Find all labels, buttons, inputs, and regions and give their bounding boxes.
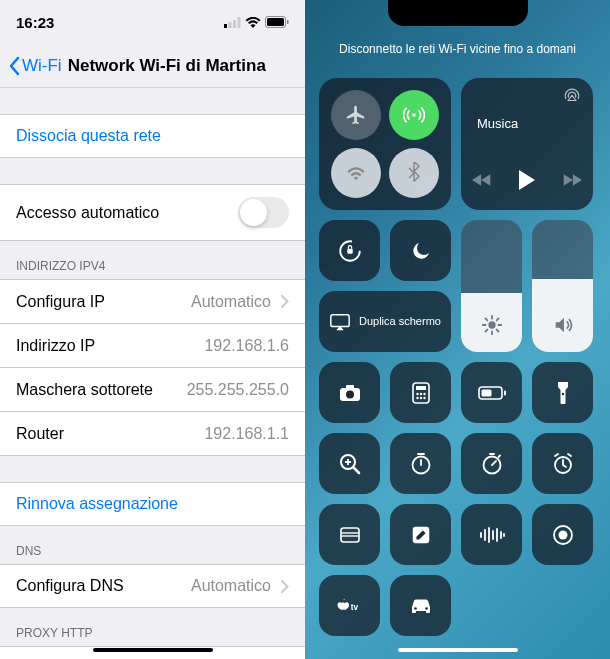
ip-address-label: Indirizzo IP — [16, 337, 95, 355]
music-tile[interactable]: Musica — [461, 78, 593, 210]
svg-rect-10 — [331, 314, 349, 326]
timer-button[interactable] — [390, 433, 451, 494]
configure-ip-row[interactable]: Configura IP Automatico — [0, 280, 305, 324]
wifi-icon — [345, 162, 367, 184]
timer-icon — [409, 452, 433, 476]
forget-network-button[interactable]: Dissocia questa rete — [0, 114, 305, 158]
rotation-lock-button[interactable] — [319, 220, 380, 281]
volume-slider[interactable] — [532, 220, 593, 352]
renew-lease-button[interactable]: Rinnova assegnazione — [0, 482, 305, 526]
carplay-button[interactable] — [390, 575, 451, 636]
control-center-grid: Musica — [319, 78, 596, 646]
router-row: Router 192.168.1.1 — [0, 412, 305, 456]
stopwatch-button[interactable] — [461, 433, 522, 494]
proxy-header: PROXY HTTP — [0, 608, 305, 646]
nav-title: Network Wi-Fi di Martina — [68, 56, 297, 76]
screen-record-button[interactable] — [532, 504, 593, 565]
cellular-icon — [224, 17, 241, 28]
configure-dns-row[interactable]: Configura DNS Automatico — [0, 564, 305, 608]
status-bar: 16:23 — [0, 0, 305, 44]
ip-address-row: Indirizzo IP 192.168.1.6 — [0, 324, 305, 368]
home-indicator[interactable] — [93, 648, 213, 652]
airplay-icon — [563, 88, 581, 104]
svg-line-48 — [568, 454, 571, 456]
wifi-icon — [245, 17, 261, 28]
svg-rect-22 — [346, 385, 354, 389]
svg-point-63 — [414, 607, 417, 610]
back-button[interactable]: Wi-Fi — [8, 56, 62, 76]
voice-memos-button[interactable] — [461, 504, 522, 565]
airplane-mode-button[interactable] — [331, 90, 381, 140]
svg-rect-0 — [224, 24, 227, 28]
notes-button[interactable] — [390, 504, 451, 565]
do-not-disturb-button[interactable] — [390, 220, 451, 281]
svg-point-61 — [558, 530, 567, 539]
subnet-mask-label: Maschera sottorete — [16, 381, 153, 399]
airplane-icon — [345, 104, 367, 126]
svg-point-34 — [561, 392, 563, 394]
magnifier-icon — [338, 452, 362, 476]
battery-icon — [478, 386, 506, 400]
configure-dns-label: Configura DNS — [16, 577, 124, 595]
svg-rect-49 — [341, 528, 359, 542]
status-time: 16:23 — [16, 14, 54, 31]
bluetooth-button[interactable] — [389, 148, 439, 198]
cellular-data-button[interactable] — [389, 90, 439, 140]
next-track-icon[interactable] — [562, 173, 582, 187]
chevron-right-icon — [281, 295, 289, 308]
svg-rect-9 — [347, 248, 352, 253]
svg-point-7 — [412, 113, 416, 117]
ip-address-value: 192.168.1.6 — [204, 337, 289, 355]
connectivity-tile[interactable] — [319, 78, 451, 210]
apple-tv-remote-button[interactable]: tv — [319, 575, 380, 636]
auto-join-switch[interactable] — [238, 197, 289, 228]
svg-point-27 — [423, 392, 425, 394]
bluetooth-icon — [404, 162, 424, 184]
wallet-button[interactable] — [319, 504, 380, 565]
svg-rect-5 — [267, 18, 284, 26]
svg-line-19 — [496, 318, 498, 320]
alarm-button[interactable] — [532, 433, 593, 494]
volume-icon — [552, 314, 574, 336]
waveform-icon — [478, 526, 506, 544]
configure-ip-label: Configura IP — [16, 293, 105, 311]
forget-network-label: Dissocia questa rete — [16, 127, 161, 145]
svg-rect-32 — [504, 390, 506, 395]
music-title: Musica — [477, 116, 583, 131]
wifi-details-screen: 16:23 Wi-Fi Network Wi-Fi di Martina Dis… — [0, 0, 305, 659]
brightness-slider[interactable] — [461, 220, 522, 352]
magnifier-button[interactable] — [319, 433, 380, 494]
wallet-icon — [338, 525, 362, 545]
nav-bar: Wi-Fi Network Wi-Fi di Martina — [0, 44, 305, 88]
play-icon[interactable] — [516, 168, 538, 192]
home-indicator[interactable] — [398, 648, 518, 652]
calculator-icon — [411, 381, 431, 405]
battery-icon — [265, 16, 289, 28]
svg-point-21 — [346, 390, 354, 398]
wifi-button[interactable] — [331, 148, 381, 198]
svg-text:tv: tv — [350, 601, 358, 611]
previous-track-icon[interactable] — [472, 173, 492, 187]
record-icon — [551, 523, 575, 547]
svg-rect-2 — [233, 20, 236, 28]
notch — [388, 0, 528, 26]
calculator-button[interactable] — [390, 362, 451, 423]
subnet-mask-value: 255.255.255.0 — [187, 381, 289, 399]
svg-point-26 — [419, 392, 421, 394]
music-controls — [461, 168, 593, 192]
alarm-icon — [551, 452, 575, 476]
svg-point-64 — [425, 607, 428, 610]
low-power-button[interactable] — [461, 362, 522, 423]
svg-rect-24 — [416, 386, 426, 390]
stopwatch-icon — [480, 452, 504, 476]
dns-header: DNS — [0, 526, 305, 564]
camera-button[interactable] — [319, 362, 380, 423]
svg-line-16 — [485, 318, 487, 320]
screen-mirror-icon — [329, 312, 351, 332]
flashlight-button[interactable] — [532, 362, 593, 423]
svg-point-28 — [416, 396, 418, 398]
apple-tv-icon: tv — [335, 597, 365, 615]
screen-mirroring-button[interactable]: Duplica schermo — [319, 291, 451, 352]
svg-line-45 — [498, 455, 500, 457]
wifi-disconnect-hint: Disconnetto le reti Wi-Fi vicine fino a … — [305, 42, 610, 56]
